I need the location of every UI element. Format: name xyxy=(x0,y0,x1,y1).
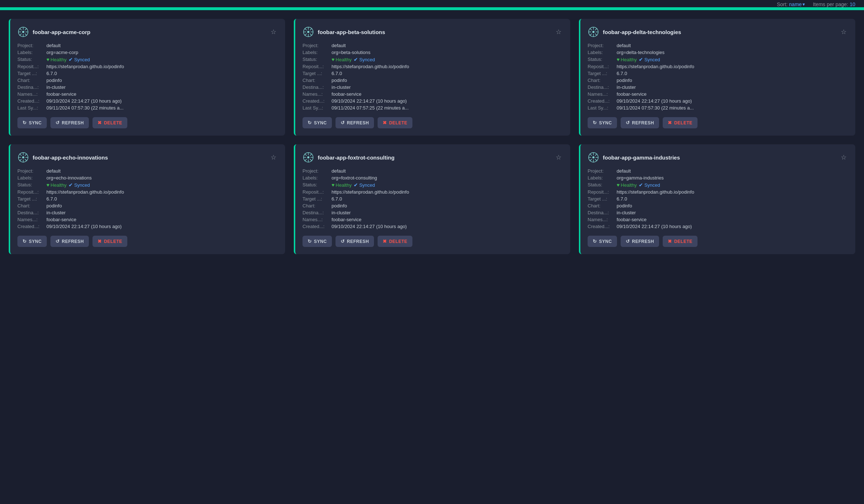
field-row-target: Target ...: 6.7.0 xyxy=(303,196,563,202)
field-label-chart: Chart: xyxy=(588,203,614,208)
card-title-group: foobar-app-delta-technologies xyxy=(588,26,681,38)
delete-button[interactable]: ✖ DELETE xyxy=(663,117,698,128)
sync-button[interactable]: ↻ SYNC xyxy=(588,236,617,247)
field-label-destination: Destina...: xyxy=(588,84,614,90)
field-label-project: Project: xyxy=(303,43,329,48)
delete-button[interactable]: ✖ DELETE xyxy=(378,117,412,128)
heart-icon: ♥ xyxy=(46,182,49,188)
field-value-chart: podinfo xyxy=(46,203,62,208)
heart-icon: ♥ xyxy=(617,57,620,62)
field-row-project: Project: default xyxy=(588,168,848,174)
sync-label: SYNC xyxy=(29,239,42,244)
field-label-destination: Destina...: xyxy=(17,210,44,215)
field-value-chart: podinfo xyxy=(46,78,62,83)
card-actions: ↻ SYNC ↺ REFRESH ✖ DELETE xyxy=(17,117,278,128)
field-value-labels: org=echo-innovations xyxy=(46,175,92,181)
refresh-button[interactable]: ↺ REFRESH xyxy=(621,117,659,128)
field-row-created: Created...: 09/10/2024 22:14:27 (10 hour… xyxy=(303,98,563,104)
field-row-labels: Labels: org=acme-corp xyxy=(17,50,278,55)
field-row-project: Project: default xyxy=(303,43,563,48)
card-title: foobar-app-delta-technologies xyxy=(603,29,681,35)
field-value-target: 6.7.0 xyxy=(617,196,627,202)
field-label-target: Target ...: xyxy=(17,196,44,202)
field-value-project: default xyxy=(332,43,346,48)
svg-point-21 xyxy=(592,31,594,33)
status-healthy: ♥ Healthy xyxy=(332,182,351,188)
field-label-destination: Destina...: xyxy=(588,210,614,215)
field-value-status: ♥ Healthy ✔ Synced xyxy=(617,182,660,188)
items-per-page-value[interactable]: 10 xyxy=(849,1,855,7)
field-value-created: 09/10/2024 22:14:27 (10 hours ago) xyxy=(46,98,122,104)
sync-button[interactable]: ↻ SYNC xyxy=(303,117,332,128)
card-title-group: foobar-app-beta-solutions xyxy=(303,26,385,38)
delete-button[interactable]: ✖ DELETE xyxy=(92,236,127,247)
sync-button[interactable]: ↻ SYNC xyxy=(17,117,47,128)
field-label-created: Created...: xyxy=(17,224,44,229)
sync-icon: ↻ xyxy=(593,239,597,244)
svg-line-36 xyxy=(20,154,21,156)
favorite-button[interactable]: ☆ xyxy=(554,152,563,163)
favorite-button[interactable]: ☆ xyxy=(269,26,278,37)
field-label-namespace: Names...: xyxy=(588,217,614,222)
refresh-button[interactable]: ↺ REFRESH xyxy=(336,117,374,128)
refresh-label: REFRESH xyxy=(347,239,369,244)
sync-button[interactable]: ↻ SYNC xyxy=(588,117,617,128)
field-value-repository: https://stefanprodan.github.io/podinfo xyxy=(617,189,694,195)
favorite-button[interactable]: ☆ xyxy=(554,26,563,37)
card-actions: ↻ SYNC ↺ REFRESH ✖ DELETE xyxy=(303,236,563,247)
card-fields: Project: default Labels: org=echo-innova… xyxy=(17,168,278,229)
field-value-chart: podinfo xyxy=(617,203,632,208)
sort-value[interactable]: name xyxy=(789,1,802,7)
field-value-created: 09/10/2024 22:14:27 (10 hours ago) xyxy=(617,98,692,104)
field-label-created: Created...: xyxy=(588,224,614,229)
field-row-target: Target ...: 6.7.0 xyxy=(588,196,848,202)
field-row-target: Target ...: 6.7.0 xyxy=(17,196,278,202)
favorite-button[interactable]: ☆ xyxy=(839,26,848,37)
refresh-button[interactable]: ↺ REFRESH xyxy=(621,236,659,247)
svg-line-29 xyxy=(590,34,592,36)
svg-line-47 xyxy=(310,159,312,161)
refresh-button[interactable]: ↺ REFRESH xyxy=(50,236,89,247)
favorite-button[interactable]: ☆ xyxy=(839,152,848,163)
favorite-button[interactable]: ☆ xyxy=(269,152,278,163)
app-card-foxtrot-consulting: foobar-app-foxtrot-consulting ☆ Project:… xyxy=(294,144,570,254)
field-value-created: 09/10/2024 22:14:27 (10 hours ago) xyxy=(617,224,692,229)
field-row-status: Status: ♥ Healthy ✔ Synced xyxy=(588,57,848,62)
delete-button[interactable]: ✖ DELETE xyxy=(378,236,412,247)
field-label-namespace: Names...: xyxy=(303,217,329,222)
svg-line-56 xyxy=(590,154,592,156)
delete-button[interactable]: ✖ DELETE xyxy=(663,236,698,247)
card-title: foobar-app-beta-solutions xyxy=(318,29,385,35)
card-header: foobar-app-gamma-industries ☆ xyxy=(588,152,848,163)
svg-line-8 xyxy=(25,28,27,30)
field-row-repository: Reposit...: https://stefanprodan.github.… xyxy=(303,64,563,69)
card-header: foobar-app-foxtrot-consulting ☆ xyxy=(303,152,563,163)
svg-point-31 xyxy=(22,156,24,158)
svg-line-17 xyxy=(310,34,312,36)
sort-arrow-icon[interactable]: ▼ xyxy=(802,2,806,7)
field-row-repository: Reposit...: https://stefanprodan.github.… xyxy=(17,189,278,195)
field-label-status: Status: xyxy=(17,57,44,62)
refresh-label: REFRESH xyxy=(347,120,369,125)
field-label-project: Project: xyxy=(588,43,614,48)
field-label-labels: Labels: xyxy=(303,175,329,181)
card-actions: ↻ SYNC ↺ REFRESH ✖ DELETE xyxy=(588,236,848,247)
sync-label: SYNC xyxy=(314,120,327,125)
field-label-namespace: Names...: xyxy=(303,91,329,97)
refresh-button[interactable]: ↺ REFRESH xyxy=(50,117,89,128)
sync-button[interactable]: ↻ SYNC xyxy=(17,236,47,247)
refresh-button[interactable]: ↺ REFRESH xyxy=(336,236,374,247)
sync-button[interactable]: ↻ SYNC xyxy=(303,236,332,247)
field-row-namespace: Names...: foobar-service xyxy=(303,91,563,97)
delete-icon: ✖ xyxy=(98,120,102,125)
card-header: foobar-app-beta-solutions ☆ xyxy=(303,26,563,38)
field-value-labels: org=acme-corp xyxy=(46,50,78,55)
field-row-status: Status: ♥ Healthy ✔ Synced xyxy=(303,57,563,62)
delete-button[interactable]: ✖ DELETE xyxy=(92,117,127,128)
field-row-chart: Chart: podinfo xyxy=(303,203,563,208)
svg-line-46 xyxy=(305,154,306,156)
field-label-destination: Destina...: xyxy=(17,84,44,90)
status-healthy: ♥ Healthy xyxy=(617,57,637,62)
svg-line-58 xyxy=(595,154,597,156)
card-title: foobar-app-foxtrot-consulting xyxy=(318,154,395,161)
